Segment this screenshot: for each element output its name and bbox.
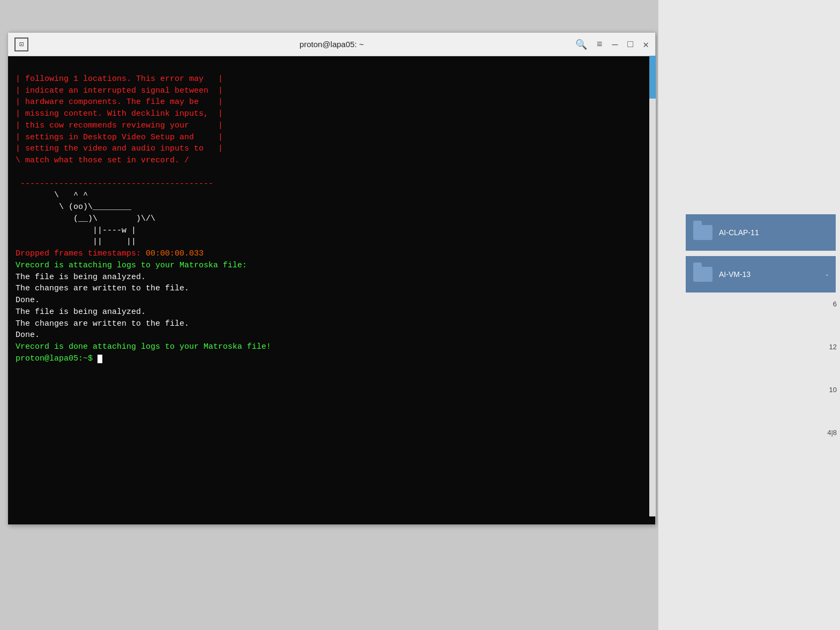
terminal-window: ⊡ proton@lapa05: ~ 🔍 ≡ — □ ✕ | following… [8,32,656,525]
scrollbar-thumb[interactable] [649,56,656,99]
cowsay-message-box: | following 1 locations. This error may … [16,62,648,178]
sidebar-number-12: 12 [829,343,837,351]
prompt-line[interactable]: proton@lapa05:~$ [16,353,648,365]
output-done-1: Done. [16,295,648,306]
window-icon: ⊡ [19,40,24,49]
output-analyzing-1: The file is being analyzed. [16,272,648,283]
right-sidebar: 6 12 10 4|8 AI-CLAP-11 AI-VM-13 - [658,0,840,630]
sidebar-number-6: 6 [833,300,837,308]
scrollbar[interactable] [649,56,656,516]
cursor [98,355,102,363]
sidebar-number-4: 4|8 [827,429,837,437]
output-done-attaching: Vrecord is done attaching logs to your M… [16,341,648,353]
folder-icon-ai-vm [693,267,712,282]
search-icon[interactable]: 🔍 [575,39,587,50]
cowsay-line-1: | following 1 locations. This error may … [16,74,223,84]
output-analyzing-2: The file is being analyzed. [16,306,648,318]
cowsay-line-5: | this cow recommends reviewing your | [16,121,223,130]
cowsay-line-7: | setting the video and audio inputs to … [16,144,223,153]
sidebar-item-dash-ai-vm: - [826,271,828,279]
sidebar-number-10: 10 [829,386,837,394]
output-written-1: The changes are written to the file. [16,283,648,295]
sidebar-item-label-ai-clap: AI-CLAP-11 [719,228,759,237]
cow-ascii-art: \ ^ ^ \ (oo)\________ (__)\ )\/\ ||----w… [16,190,648,248]
output-done-2: Done. [16,329,648,341]
close-button[interactable]: ✕ [643,39,649,50]
minimize-button[interactable]: — [612,39,618,50]
titlebar-controls: 🔍 ≡ — □ ✕ [575,39,649,50]
terminal-body[interactable]: | following 1 locations. This error may … [8,56,655,524]
output-attaching-logs: Vrecord is attaching logs to your Matros… [16,260,648,272]
cowsay-line-6: | settings in Desktop Video Setup and | [16,133,223,142]
sidebar-item-ai-clap[interactable]: AI-CLAP-11 [686,214,836,251]
cowsay-line-2: | indicate an interrupted signal between… [16,86,223,95]
window-title: proton@lapa05: ~ [299,40,364,49]
maximize-button[interactable]: □ [627,39,633,50]
folder-icon-ai-clap [693,225,712,240]
output-written-2: The changes are written to the file. [16,318,648,330]
cowsay-line-8: \ match what those set in vrecord. / [16,156,189,165]
sidebar-item-ai-vm[interactable]: AI-VM-13 - [686,256,836,292]
cowsay-divider: ---------------------------------------- [16,178,648,190]
sidebar-item-label-ai-vm: AI-VM-13 [719,270,751,279]
output-dropped-frames: Dropped frames timestamps: 00:00:00.033 [16,248,648,260]
cowsay-line-3: | hardware components. The file may be | [16,98,223,107]
cowsay-line-4: | missing content. With decklink inputs,… [16,109,223,118]
menu-icon[interactable]: ≡ [597,39,603,50]
titlebar: ⊡ proton@lapa05: ~ 🔍 ≡ — □ ✕ [8,33,655,56]
titlebar-icon-button[interactable]: ⊡ [14,38,28,51]
